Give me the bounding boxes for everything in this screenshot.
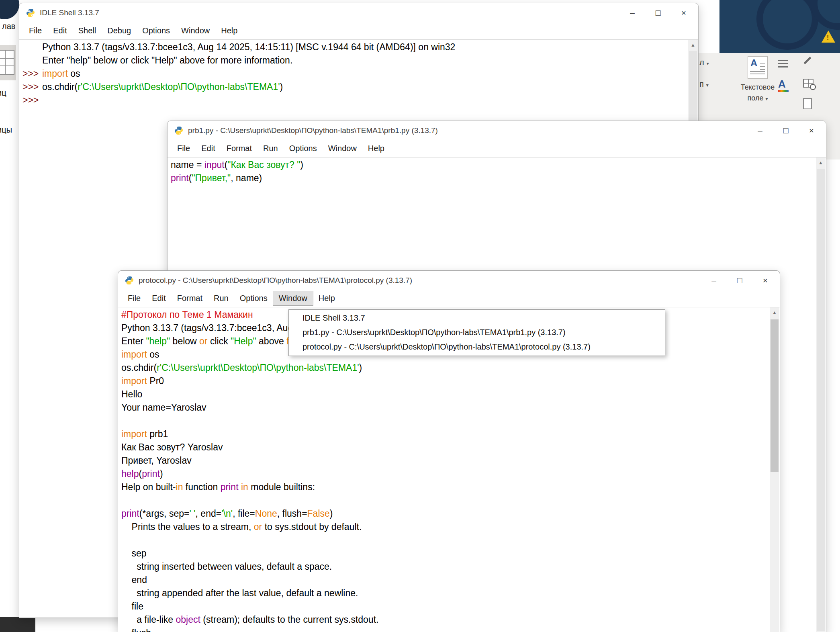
wordart-button[interactable]: A xyxy=(778,79,789,92)
menu-file[interactable]: File xyxy=(172,141,196,155)
protocol-editor-window: protocol.py - C:\Users\uprkt\Desktop\ПО\… xyxy=(118,270,780,632)
protocol-editor[interactable]: #Протокол по Теме 1 МамакинPython 3.13.7… xyxy=(119,307,769,632)
textbox-button-label: Текстовое поле▾ xyxy=(731,82,785,104)
menu-format[interactable]: Format xyxy=(221,141,258,155)
menu-debug[interactable]: Debug xyxy=(102,24,137,38)
code-line: string appended after the last value, de… xyxy=(121,587,769,600)
chevron-down-icon: ▾ xyxy=(706,82,709,88)
minimize-button[interactable]: – xyxy=(747,122,773,139)
window-menu-item-prb1-py-c-users-uprkt-desktop-python-lab[interactable]: prb1.py - C:\Users\uprkt\Desktop\ПО\pyth… xyxy=(289,325,665,340)
code-line: Help on built-in function print in modul… xyxy=(121,481,769,494)
textbox-icon: A xyxy=(748,56,768,79)
scroll-up-icon[interactable]: ▲ xyxy=(688,40,698,50)
word-tab-fragment: лав xyxy=(2,22,15,31)
scroll-up-icon[interactable]: ▲ xyxy=(770,307,779,318)
maximize-button[interactable]: □ xyxy=(773,122,799,139)
warning-icon: ! xyxy=(822,31,836,43)
code-line: os.chdir(r'C:\Users\uprkt\Desktop\ПО\pyt… xyxy=(121,361,769,374)
minimize-button[interactable]: – xyxy=(701,272,727,289)
wordart-icon: A xyxy=(778,79,789,89)
window-menu-item-idle-shell-3-13-7[interactable]: IDLE Shell 3.13.7 xyxy=(289,311,665,325)
close-button[interactable]: × xyxy=(752,272,778,289)
code-line: Hello xyxy=(121,388,769,401)
code-line: >>>os.chdir(r'C:\Users\uprkt\Desktop\ПО\… xyxy=(22,80,688,94)
menu-options[interactable]: Options xyxy=(137,24,176,38)
code-line: help(print) xyxy=(121,467,769,481)
menu-window[interactable]: Window xyxy=(323,141,362,155)
code-line: Prints the values to a stream, or to sys… xyxy=(121,520,769,534)
scroll-thumb[interactable] xyxy=(817,169,825,631)
word-statusbar-fragment xyxy=(0,617,35,632)
chevron-down-icon: ▾ xyxy=(765,96,768,102)
ribbon-partial-control-2[interactable]: п▾ xyxy=(699,80,709,89)
word-label-fragment: иц xyxy=(0,88,6,98)
object-page-icon[interactable] xyxy=(803,98,812,109)
scroll-thumb[interactable] xyxy=(771,319,779,472)
code-line: file xyxy=(121,600,769,613)
close-button[interactable]: × xyxy=(671,4,697,22)
python-icon xyxy=(125,276,134,285)
vertical-scrollbar[interactable]: ▲ xyxy=(816,157,826,632)
menu-file[interactable]: File xyxy=(122,291,146,305)
prb1-menubar: FileEditFormatRunOptionsWindowHelp xyxy=(168,140,826,157)
titlebar[interactable]: protocol.py - C:\Users\uprkt\Desktop\ПО\… xyxy=(118,271,780,290)
menu-edit[interactable]: Edit xyxy=(47,24,72,38)
ribbon-partial-control-1[interactable]: л▾ xyxy=(699,58,709,67)
menu-help[interactable]: Help xyxy=(215,24,243,38)
code-line: Привет, Yaroslav xyxy=(121,454,769,467)
vertical-scrollbar[interactable]: ▲ xyxy=(770,307,779,632)
close-button[interactable]: × xyxy=(799,122,824,139)
titlebar[interactable]: IDLE Shell 3.13.7 – □ × xyxy=(19,3,698,22)
code-line: Your name=Yaroslav xyxy=(121,401,769,414)
maximize-button[interactable]: □ xyxy=(727,272,752,289)
menu-window[interactable]: Window xyxy=(176,24,215,38)
textbox-button[interactable]: A Текстовое поле▾ xyxy=(731,56,785,104)
python-icon xyxy=(26,8,35,18)
menu-options[interactable]: Options xyxy=(234,291,273,305)
edit-pencil-icon[interactable] xyxy=(803,55,812,61)
date-time-icon[interactable] xyxy=(803,79,816,90)
code-line: Как Вас зовут? Yaroslav xyxy=(121,441,769,454)
minimize-button[interactable]: – xyxy=(619,4,645,22)
code-line: import Pr0 xyxy=(121,374,769,388)
code-line: sep xyxy=(121,547,769,560)
menu-help[interactable]: Help xyxy=(313,291,341,305)
window-title: prb1.py - C:\Users\uprkt\Desktop\ПО\pyth… xyxy=(188,126,438,135)
menu-format[interactable]: Format xyxy=(172,291,208,305)
code-line: Python 3.13.7 (tags/v3.13.7:bcee1c3, Aug… xyxy=(22,41,688,54)
code-line: >>>import os xyxy=(22,67,688,80)
titlebar[interactable]: prb1.py - C:\Users\uprkt\Desktop\ПО\pyth… xyxy=(168,121,826,140)
code-line: Enter "help" below or click "Help" above… xyxy=(22,54,688,67)
menu-help[interactable]: Help xyxy=(362,141,390,155)
code-line: string inserted between values, default … xyxy=(121,560,769,573)
code-line xyxy=(121,494,769,507)
menu-run[interactable]: Run xyxy=(258,141,284,155)
menu-run[interactable]: Run xyxy=(208,291,234,305)
chevron-down-icon: ▾ xyxy=(707,61,709,66)
code-line: end xyxy=(121,573,769,587)
window-title: protocol.py - C:\Users\uprkt\Desktop\ПО\… xyxy=(139,276,412,285)
quick-parts-icon[interactable] xyxy=(778,58,788,70)
menu-shell[interactable]: Shell xyxy=(73,24,102,38)
code-line: a file-like object (stream); defaults to… xyxy=(121,613,769,626)
code-line: print(*args, sep=' ', end='\n', file=Non… xyxy=(121,507,769,520)
word-logo-fragment xyxy=(0,0,19,19)
menu-file[interactable]: File xyxy=(23,24,47,38)
code-line: print("Привет,", name) xyxy=(171,172,815,185)
table-icon xyxy=(0,50,14,75)
scroll-up-icon[interactable]: ▲ xyxy=(816,157,826,168)
window-title: IDLE Shell 3.13.7 xyxy=(40,8,99,17)
maximize-button[interactable]: □ xyxy=(645,4,671,22)
window-menu-item-protocol-py-c-users-uprkt-desktop-python[interactable]: protocol.py - C:\Users\uprkt\Desktop\ПО\… xyxy=(289,340,665,354)
menu-options[interactable]: Options xyxy=(284,141,323,155)
menu-window[interactable]: Window xyxy=(273,291,313,305)
word-label-fragment: ицы xyxy=(0,125,12,135)
brand-circle-icon xyxy=(756,0,818,50)
word-brand-area: ! xyxy=(719,0,840,53)
shell-menubar: FileEditShellDebugOptionsWindowHelp xyxy=(19,22,698,40)
menu-edit[interactable]: Edit xyxy=(146,291,171,305)
code-line: name = input("Как Вас зовут? ") xyxy=(171,158,815,172)
window-menu-dropdown: IDLE Shell 3.13.7prb1.py - C:\Users\uprk… xyxy=(288,309,665,356)
code-line xyxy=(121,534,769,547)
menu-edit[interactable]: Edit xyxy=(196,141,221,155)
